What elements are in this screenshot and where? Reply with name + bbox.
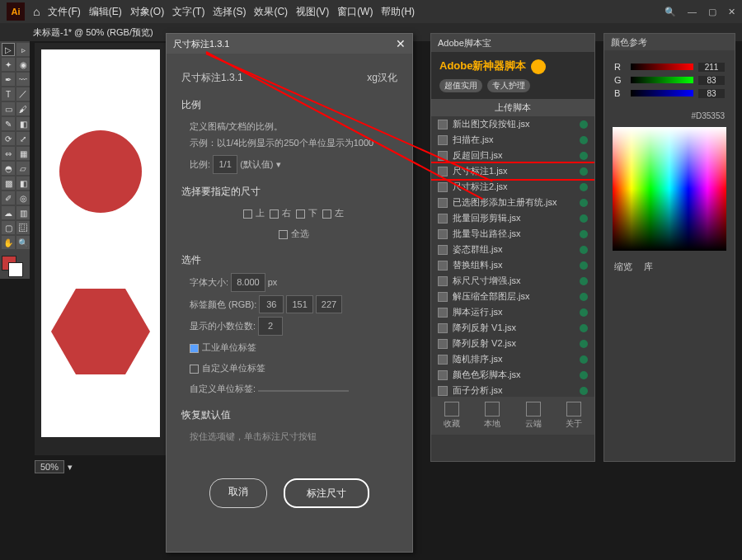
- blend-tool[interactable]: ◎: [16, 191, 30, 205]
- shaper-tool[interactable]: ✎: [2, 117, 15, 130]
- download-icon[interactable]: [580, 293, 588, 301]
- b-slider[interactable]: [631, 90, 693, 96]
- checkbox-all[interactable]: [279, 230, 288, 239]
- b-value[interactable]: 83: [698, 89, 725, 98]
- stroke-swatch[interactable]: [8, 262, 23, 277]
- custom-unit-input[interactable]: [258, 390, 349, 392]
- menu-view[interactable]: 视图(V): [296, 5, 329, 19]
- script-item[interactable]: 扫描在.jsx: [431, 132, 594, 148]
- dialog-close-icon[interactable]: ✕: [396, 37, 406, 50]
- pill-2[interactable]: 专人护理: [487, 79, 530, 92]
- proportion-value[interactable]: 1/1: [213, 155, 237, 174]
- download-icon[interactable]: [580, 120, 588, 129]
- graph-tool[interactable]: ▥: [16, 206, 30, 219]
- width-tool[interactable]: ⇔: [2, 147, 15, 160]
- checkbox-bottom[interactable]: [296, 209, 305, 219]
- zoom-tool[interactable]: 🔍: [16, 236, 30, 249]
- g-slider[interactable]: [631, 77, 693, 83]
- checkbox-engineering[interactable]: [190, 344, 199, 353]
- perspective-tool[interactable]: ▱: [16, 162, 30, 175]
- rectangle-tool[interactable]: ▭: [2, 102, 15, 115]
- script-item[interactable]: 批量导出路径.jsx: [431, 226, 594, 242]
- zoom-control[interactable]: 50%▾: [35, 460, 73, 473]
- slice-tool[interactable]: ⿶: [16, 221, 30, 234]
- tab-library[interactable]: 库: [644, 261, 653, 273]
- download-icon[interactable]: [580, 230, 588, 238]
- checkbox-custom-unit[interactable]: [190, 365, 199, 374]
- download-icon[interactable]: [580, 167, 588, 176]
- r-slider[interactable]: [631, 64, 693, 70]
- download-icon[interactable]: [580, 152, 588, 160]
- download-icon[interactable]: [580, 340, 588, 348]
- menu-select[interactable]: 选择(S): [213, 5, 246, 19]
- mesh-tool[interactable]: ▩: [2, 176, 15, 190]
- script-item[interactable]: 降列反射 V2.jsx: [431, 336, 594, 351]
- menu-help[interactable]: 帮助(H): [381, 5, 415, 19]
- script-item[interactable]: 姿态群组.jsx: [431, 242, 594, 257]
- minimize-icon[interactable]: —: [688, 7, 697, 17]
- curvature-tool[interactable]: 〰: [16, 73, 30, 86]
- script-item[interactable]: 面子分析.jsx: [431, 383, 594, 397]
- hand-tool[interactable]: ✋: [2, 236, 15, 249]
- script-item[interactable]: 已选图形添加主册有统.jsx: [431, 195, 594, 210]
- selection-tool[interactable]: ▷: [2, 43, 15, 56]
- menu-object[interactable]: 对象(O): [130, 5, 164, 19]
- scripts-list[interactable]: 新出图文段按钮.jsx扫描在.jsx反超回归.jsx尺寸标注1.jsx尺寸标注2…: [431, 116, 594, 397]
- menu-type[interactable]: 文字(T): [172, 5, 204, 19]
- lasso-tool[interactable]: ◉: [16, 58, 30, 71]
- color-b-input[interactable]: 227: [316, 295, 342, 314]
- hex-value[interactable]: D35353: [696, 111, 725, 120]
- symbol-tool[interactable]: ☁: [2, 206, 15, 219]
- download-icon[interactable]: [580, 246, 588, 254]
- checkbox-left[interactable]: [322, 209, 331, 219]
- eraser-tool[interactable]: ◧: [16, 117, 30, 130]
- script-item[interactable]: 反超回归.jsx: [431, 148, 594, 163]
- download-icon[interactable]: [580, 261, 588, 270]
- script-item[interactable]: 批量回形剪辑.jsx: [431, 210, 594, 226]
- shape-circle[interactable]: [59, 130, 142, 213]
- script-item[interactable]: 替换组料.jsx: [431, 257, 594, 273]
- artboard-tool[interactable]: ▢: [2, 221, 15, 234]
- shape-hexagon[interactable]: [51, 289, 150, 374]
- btm-about[interactable]: 关于: [566, 402, 582, 430]
- g-value[interactable]: 83: [698, 76, 725, 85]
- download-icon[interactable]: [580, 371, 588, 379]
- color-swatches[interactable]: [2, 256, 30, 277]
- download-icon[interactable]: [580, 387, 588, 395]
- download-icon[interactable]: [580, 199, 588, 207]
- canvas[interactable]: [35, 43, 167, 455]
- tab-swatch[interactable]: 缩览: [614, 261, 632, 273]
- download-icon[interactable]: [580, 183, 588, 191]
- menu-effect[interactable]: 效果(C): [254, 5, 288, 19]
- line-tool[interactable]: ／: [16, 87, 30, 101]
- brush-tool[interactable]: 🖌: [16, 102, 30, 115]
- pill-1[interactable]: 超值实用: [439, 79, 482, 92]
- shape-builder-tool[interactable]: ◓: [2, 162, 15, 175]
- close-icon[interactable]: ✕: [728, 7, 735, 17]
- btm-cloud[interactable]: 云端: [525, 402, 542, 430]
- script-item[interactable]: 标尺尺寸增强.jsx: [431, 273, 594, 289]
- rotate-tool[interactable]: ⟳: [2, 132, 15, 145]
- search-icon[interactable]: 🔍: [665, 7, 676, 17]
- free-transform-tool[interactable]: ▦: [16, 147, 30, 160]
- r-value[interactable]: 211: [698, 63, 725, 72]
- menu-file[interactable]: 文件(F): [48, 5, 80, 19]
- download-icon[interactable]: [580, 136, 588, 144]
- btm-fav[interactable]: 收藏: [444, 402, 460, 430]
- download-icon[interactable]: [580, 214, 588, 223]
- download-icon[interactable]: [580, 308, 588, 317]
- maximize-icon[interactable]: ▢: [708, 7, 716, 17]
- chevron-down-icon[interactable]: ▾: [276, 159, 281, 169]
- gradient-tool[interactable]: ◧: [16, 176, 30, 190]
- direct-select-tool[interactable]: ▹: [16, 43, 30, 56]
- chevron-down-icon[interactable]: ▾: [68, 462, 73, 473]
- script-item[interactable]: 新出图文段按钮.jsx: [431, 116, 594, 132]
- color-spectrum[interactable]: [613, 127, 726, 251]
- download-icon[interactable]: [580, 324, 588, 332]
- home-icon[interactable]: ⌂: [33, 5, 40, 18]
- pen-tool[interactable]: ✒: [2, 73, 15, 86]
- checkbox-right[interactable]: [270, 209, 279, 219]
- fontsize-input[interactable]: 8.000: [231, 273, 265, 292]
- btm-local[interactable]: 本地: [484, 402, 500, 430]
- color-g-input[interactable]: 151: [286, 295, 312, 314]
